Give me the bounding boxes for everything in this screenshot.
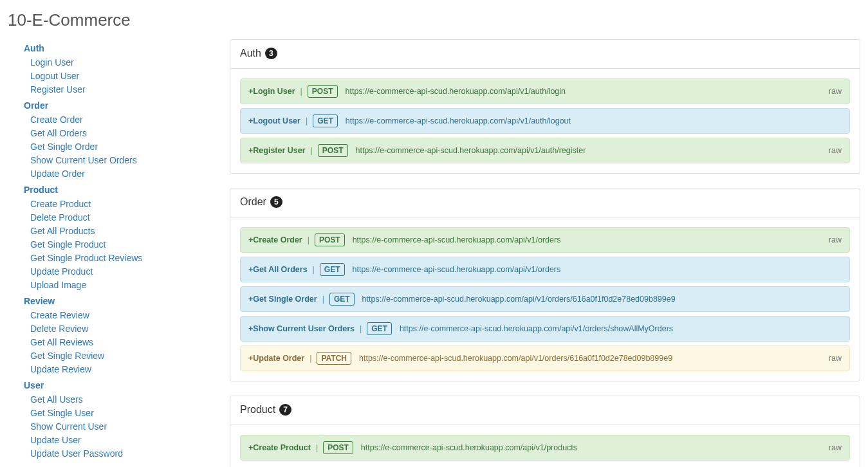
request-url: https://e-commerce-api-scud.herokuapp.co… xyxy=(361,443,577,452)
method-badge: POST xyxy=(315,234,345,246)
request-name: +Get Single Order xyxy=(248,295,317,304)
sidebar-item-get-all-users[interactable]: Get All Users xyxy=(30,393,230,407)
sidebar-item-get-all-orders[interactable]: Get All Orders xyxy=(30,127,230,140)
section-count-badge: 7 xyxy=(279,404,291,416)
sidebar-group-items: Create ReviewDelete ReviewGet All Review… xyxy=(24,309,230,376)
separator: | xyxy=(308,265,320,274)
section-name: Order xyxy=(240,196,266,208)
section-count-badge: 5 xyxy=(270,196,282,208)
sidebar-group-items: Get All UsersGet Single UserShow Current… xyxy=(24,393,230,461)
sidebar-item-create-review[interactable]: Create Review xyxy=(30,309,230,322)
raw-link[interactable]: raw xyxy=(829,87,842,96)
request-name: +Create Order xyxy=(248,235,302,244)
request-name: +Show Current User Orders xyxy=(248,324,355,333)
sidebar-item-show-current-user-orders[interactable]: Show Current User Orders xyxy=(30,154,230,167)
sidebar-group-review[interactable]: Review xyxy=(24,295,230,307)
sidebar-item-update-order[interactable]: Update Order xyxy=(30,167,230,181)
section-body: +Create Product|POSThttps://e-commerce-a… xyxy=(230,425,860,467)
method-badge: PATCH xyxy=(317,352,351,365)
request-name: +Create Product xyxy=(248,443,311,452)
sidebar-item-update-review[interactable]: Update Review xyxy=(30,363,230,376)
sidebar-item-update-user[interactable]: Update User xyxy=(30,434,230,447)
request-url: https://e-commerce-api-scud.herokuapp.co… xyxy=(356,146,586,155)
section-count-badge: 3 xyxy=(265,48,277,59)
request-url: https://e-commerce-api-scud.herokuapp.co… xyxy=(353,265,561,274)
sidebar-item-update-product[interactable]: Update Product xyxy=(30,265,230,279)
section-panel-order: Order5+Create Order|POSThttps://e-commer… xyxy=(230,188,860,381)
section-panel-product: Product7+Create Product|POSThttps://e-co… xyxy=(230,396,860,467)
section-heading[interactable]: Auth3 xyxy=(230,40,860,69)
section-name: Auth xyxy=(240,48,261,59)
sidebar-group-user[interactable]: User xyxy=(24,379,230,392)
request-name: +Logout User xyxy=(248,116,300,125)
separator: | xyxy=(300,116,313,125)
request-row-register-user[interactable]: +Register User|POSThttps://e-commerce-ap… xyxy=(240,138,850,163)
sidebar-item-login-user[interactable]: Login User xyxy=(30,56,230,69)
sidebar-item-get-single-product-reviews[interactable]: Get Single Product Reviews xyxy=(30,252,230,265)
sidebar-item-create-product[interactable]: Create Product xyxy=(30,197,230,211)
method-badge: POST xyxy=(318,144,348,157)
request-name: +Register User xyxy=(248,146,306,155)
sidebar-group-product[interactable]: Product xyxy=(24,183,230,196)
request-url: https://e-commerce-api-scud.herokuapp.co… xyxy=(353,235,561,244)
separator: | xyxy=(295,87,308,96)
separator: | xyxy=(311,443,323,452)
method-badge: POST xyxy=(323,441,353,454)
method-badge: GET xyxy=(313,114,338,127)
request-name: +Update Order xyxy=(248,354,304,363)
request-row-get-all-orders[interactable]: +Get All Orders|GEThttps://e-commerce-ap… xyxy=(240,257,850,282)
sidebar-item-show-current-user[interactable]: Show Current User xyxy=(30,420,230,434)
raw-link[interactable]: raw xyxy=(829,354,842,363)
request-row-show-current-user-orders[interactable]: +Show Current User Orders|GEThttps://e-c… xyxy=(240,316,850,342)
raw-link[interactable]: raw xyxy=(829,146,842,155)
sidebar-group-auth[interactable]: Auth xyxy=(24,42,230,55)
request-url: https://e-commerce-api-scud.herokuapp.co… xyxy=(359,354,672,363)
request-row-get-single-order[interactable]: +Get Single Order|GEThttps://e-commerce-… xyxy=(240,286,850,312)
section-name: Product xyxy=(240,404,275,416)
sidebar-item-logout-user[interactable]: Logout User xyxy=(30,69,230,83)
method-badge: POST xyxy=(308,85,338,98)
sidebar-item-get-single-product[interactable]: Get Single Product xyxy=(30,238,230,252)
sidebar-item-get-single-order[interactable]: Get Single Order xyxy=(30,140,230,154)
raw-link[interactable]: raw xyxy=(829,443,842,452)
sidebar-group-items: Login UserLogout UserRegister User xyxy=(24,56,230,96)
request-row-update-order[interactable]: +Update Order|PATCHhttps://e-commerce-ap… xyxy=(240,345,850,371)
method-badge: GET xyxy=(320,263,345,276)
sidebar-item-upload-image[interactable]: Upload Image xyxy=(30,279,230,292)
request-name: +Login User xyxy=(248,87,295,96)
sidebar-group-order[interactable]: Order xyxy=(24,99,230,112)
separator: | xyxy=(302,235,315,244)
sidebar-group-items: Create ProductDelete ProductGet All Prod… xyxy=(24,197,230,292)
request-row-login-user[interactable]: +Login User|POSThttps://e-commerce-api-s… xyxy=(240,78,850,104)
separator: | xyxy=(306,146,318,155)
section-panel-auth: Auth3+Login User|POSThttps://e-commerce-… xyxy=(230,39,860,174)
section-heading[interactable]: Order5 xyxy=(230,188,860,217)
raw-link[interactable]: raw xyxy=(829,235,842,244)
request-name: +Get All Orders xyxy=(248,265,308,274)
main-content: Auth3+Login User|POSThttps://e-commerce-… xyxy=(230,39,860,467)
sidebar-item-register-user[interactable]: Register User xyxy=(30,83,230,96)
sidebar-item-get-all-reviews[interactable]: Get All Reviews xyxy=(30,336,230,349)
separator: | xyxy=(355,324,367,333)
request-row-create-product[interactable]: +Create Product|POSThttps://e-commerce-a… xyxy=(240,435,850,461)
request-row-create-order[interactable]: +Create Order|POSThttps://e-commerce-api… xyxy=(240,227,850,253)
request-url: https://e-commerce-api-scud.herokuapp.co… xyxy=(346,87,566,96)
sidebar-item-get-single-user[interactable]: Get Single User xyxy=(30,407,230,420)
section-heading[interactable]: Product7 xyxy=(230,396,860,425)
request-url: https://e-commerce-api-scud.herokuapp.co… xyxy=(346,116,571,125)
separator: | xyxy=(317,295,329,304)
page-title: 10-E-Commerce xyxy=(8,10,860,30)
request-url: https://e-commerce-api-scud.herokuapp.co… xyxy=(400,324,673,333)
sidebar-item-get-all-products[interactable]: Get All Products xyxy=(30,224,230,238)
sidebar-item-update-user-password[interactable]: Update User Password xyxy=(30,447,230,461)
sidebar-item-delete-review[interactable]: Delete Review xyxy=(30,322,230,336)
request-row-logout-user[interactable]: +Logout User|GEThttps://e-commerce-api-s… xyxy=(240,108,850,134)
method-badge: GET xyxy=(329,293,355,306)
separator: | xyxy=(304,354,317,363)
sidebar-item-delete-product[interactable]: Delete Product xyxy=(30,211,230,224)
sidebar-item-get-single-review[interactable]: Get Single Review xyxy=(30,349,230,363)
request-url: https://e-commerce-api-scud.herokuapp.co… xyxy=(362,295,676,304)
sidebar-item-create-order[interactable]: Create Order xyxy=(30,113,230,127)
section-body: +Create Order|POSThttps://e-commerce-api… xyxy=(230,217,860,381)
method-badge: GET xyxy=(367,322,392,335)
